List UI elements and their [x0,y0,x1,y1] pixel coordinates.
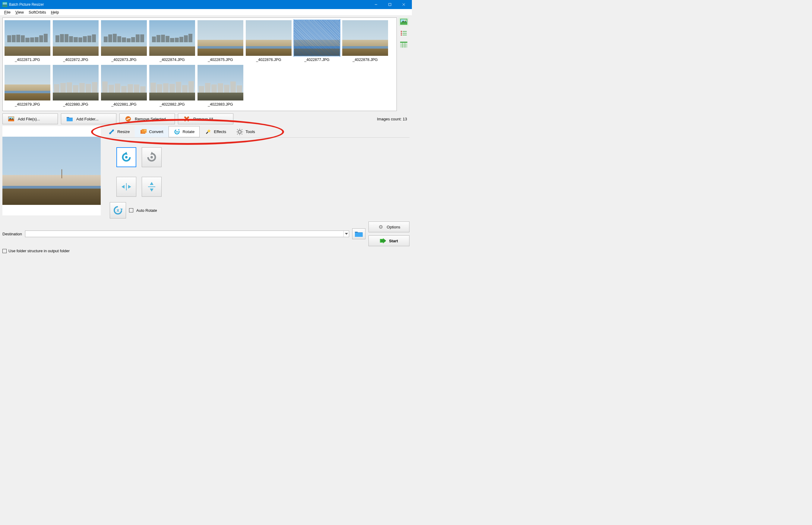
svg-rect-11 [403,33,407,33]
remove-all-icon [184,116,190,122]
menu-view[interactable]: View [13,9,26,15]
thumbnail-item[interactable]: _4022877.JPG [294,20,340,62]
menu-help[interactable]: Help [49,9,62,15]
thumbnail-item[interactable]: _4022875.JPG [198,20,243,62]
thumbnail-item[interactable]: _4022880.JPG [53,65,98,106]
remove-selected-label: Remove Selected [135,117,166,121]
remove-icon [125,116,131,122]
start-button[interactable]: Start [369,235,409,246]
browse-folder-button[interactable] [352,228,365,239]
svg-point-68 [380,226,381,228]
thumbnail-label: _4022874.JPG [149,58,195,62]
auto-rotate-checkbox[interactable] [129,208,133,212]
thumbnail-item[interactable]: _4022878.JPG [342,20,388,62]
svg-rect-1 [389,3,391,6]
view-list-button[interactable] [399,29,409,38]
window-title: Batch Picture Resizer [9,2,369,6]
tab-convert[interactable]: Convert [135,126,168,137]
svg-marker-60 [150,182,154,185]
use-folder-structure-checkbox[interactable] [2,249,6,253]
remove-selected-button[interactable]: Remove Selected [120,114,175,124]
thumbnail-item[interactable]: _4022876.JPG [246,20,292,62]
chevron-down-icon[interactable] [343,231,349,237]
thumbnail-label: _4022882.JPG [149,102,195,106]
remove-all-label: Remove All [193,117,213,121]
svg-point-12 [401,34,402,35]
svg-point-55 [151,156,153,159]
flip-vertical-button[interactable] [142,177,161,197]
svg-rect-45 [239,134,240,135]
svg-rect-44 [239,129,240,130]
minimize-button[interactable] [369,0,383,9]
svg-point-24 [12,117,13,118]
thumbnail-label: _4022875.JPG [198,58,243,62]
thumbnail-item[interactable]: _4022872.JPG [53,20,98,62]
svg-rect-50 [237,133,238,135]
thumbnail-label: _4022880.JPG [53,102,98,106]
svg-point-10 [401,33,402,34]
tab-effects[interactable]: Effects [200,126,231,137]
thumbnail-item[interactable]: _4022883.JPG [198,65,243,106]
add-files-button[interactable]: Add File(s)... [2,114,58,124]
menu-softorbits[interactable]: SoftOrbits [26,9,49,15]
action-bar: Add File(s)... Add Folder... Remove Sele… [2,114,409,124]
thumbnail-label: _4022876.JPG [246,58,292,62]
start-arrow-icon [380,238,386,244]
view-details-button[interactable] [399,41,409,49]
svg-marker-58 [128,185,131,189]
svg-marker-62 [120,209,123,210]
close-button[interactable] [397,0,411,9]
svg-text:X: X [117,208,120,213]
photo-icon [8,116,14,122]
svg-rect-49 [241,129,243,130]
thumbnail-item[interactable]: _4022882.JPG [149,65,195,106]
svg-rect-47 [242,132,243,132]
use-folder-structure-label: Use folder structure in output folder [9,249,69,253]
images-count: Images count: 13 [377,117,409,121]
svg-rect-14 [400,42,407,43]
tab-resize[interactable]: Resize [103,126,135,137]
svg-rect-48 [237,129,238,130]
tabs-panel: Resize Convert Rotate Effects [103,126,409,219]
thumbnail-label: _4022871.JPG [4,58,50,62]
thumbnail-item[interactable]: _4022879.JPG [4,65,50,106]
svg-point-7 [405,20,406,21]
svg-rect-13 [403,35,407,35]
thumbnail-label: _4022883.JPG [198,102,243,106]
options-button[interactable]: Options [369,222,409,232]
menu-bar: File View SoftOrbits Help [0,9,412,16]
rotate-right-button[interactable] [142,147,161,167]
add-files-label: Add File(s)... [18,117,40,121]
thumbnail-item[interactable]: _4022871.JPG [4,20,50,62]
maximize-button[interactable] [383,0,397,9]
add-folder-label: Add Folder... [76,117,98,121]
thumbnail-panel[interactable]: _4022871.JPG_4022872.JPG_4022873.JPG_402… [2,17,397,111]
flip-horizontal-button[interactable] [116,177,136,197]
thumbnail-label: _4022873.JPG [101,58,147,62]
thumbnail-item[interactable]: _4022881.JPG [101,65,147,106]
svg-marker-66 [355,232,362,232]
rotate-left-button[interactable] [116,147,136,167]
remove-all-button[interactable]: Remove All [178,114,233,124]
wand-icon [205,129,212,135]
svg-rect-46 [236,132,238,132]
svg-point-38 [176,131,177,133]
rotate-icon [174,129,180,135]
destination-combobox[interactable] [25,230,349,237]
menu-file[interactable]: File [2,9,13,15]
tab-rotate[interactable]: Rotate [169,126,200,137]
add-folder-button[interactable]: Add Folder... [61,114,116,124]
preview-image [2,137,101,205]
svg-point-36 [144,130,146,131]
tab-tools[interactable]: Tools [231,126,260,137]
view-thumbnails-button[interactable] [399,17,409,26]
thumbnail-label: _4022881.JPG [101,102,147,106]
auto-rotate-button[interactable]: X [110,202,126,219]
destination-label: Destination [2,232,22,236]
thumbnail-item[interactable]: _4022874.JPG [149,20,195,62]
destination-row: Destination Options Start [2,222,409,246]
svg-rect-9 [403,31,407,32]
svg-rect-35 [142,129,146,133]
thumbnail-item[interactable]: _4022873.JPG [101,20,147,62]
svg-marker-57 [122,185,125,189]
